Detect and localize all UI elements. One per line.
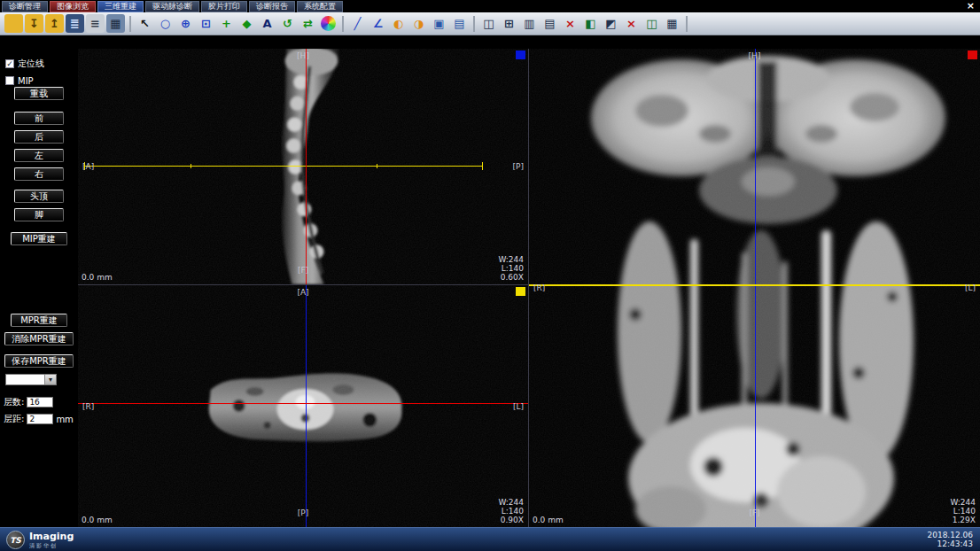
mip-checkbox[interactable]: MIP bbox=[5, 75, 34, 86]
tab-diagnosis-report[interactable]: 诊断报告 bbox=[249, 1, 295, 12]
checkbox-box[interactable] bbox=[5, 76, 14, 85]
orientation-label-right: [L] bbox=[965, 283, 976, 292]
plane-color-indicator bbox=[968, 50, 977, 59]
right-view-button[interactable]: 右 bbox=[14, 167, 64, 181]
toolbar-divider bbox=[129, 16, 131, 32]
zoom-region-icon[interactable]: ⊡ bbox=[197, 14, 215, 33]
crosshair-horizontal-line[interactable] bbox=[529, 284, 980, 286]
save-mpr-button[interactable]: 保存MPR重建 bbox=[4, 354, 74, 368]
orientation-label-right: [P] bbox=[513, 162, 524, 171]
orientation-label-top: [H] bbox=[749, 51, 761, 60]
layout-single-icon[interactable]: ◧ bbox=[581, 14, 600, 33]
database-icon[interactable]: ≣ bbox=[66, 14, 84, 33]
layout-1x2-icon[interactable]: ◫ bbox=[479, 14, 498, 33]
tab-film-print[interactable]: 胶片打印 bbox=[201, 1, 247, 12]
plane-color-indicator bbox=[516, 287, 525, 296]
layout-2x2-icon[interactable]: ⊞ bbox=[500, 14, 518, 33]
reload-button[interactable]: 重载 bbox=[14, 87, 64, 100]
application-window: 诊断管理 图像浏览 三维重建 驱动脉诊断 胶片打印 诊断报告 系统配置 × ↧ … bbox=[0, 0, 980, 551]
pointer-icon[interactable]: ↖ bbox=[136, 14, 154, 33]
back-view-button[interactable]: 后 bbox=[14, 130, 64, 144]
head-view-button[interactable]: 头顶 bbox=[14, 190, 64, 203]
layer-count-input[interactable] bbox=[27, 397, 53, 407]
close-series-icon[interactable]: × bbox=[561, 14, 579, 33]
orientation-label-left: [R] bbox=[82, 402, 94, 411]
print-icon[interactable]: ≡ bbox=[86, 14, 105, 33]
color-wheel-icon[interactable] bbox=[321, 16, 336, 31]
date-text: 2018.12.06 bbox=[927, 531, 973, 539]
layer-count-row: 层数: bbox=[4, 396, 53, 408]
toolbar-divider bbox=[473, 16, 475, 32]
orientation-label-top: [H] bbox=[297, 51, 309, 60]
invert-icon[interactable]: ◑ bbox=[409, 14, 428, 33]
zoom-in-icon[interactable]: ⊕ bbox=[176, 14, 195, 33]
crosshair-horizontal-line[interactable] bbox=[84, 166, 483, 167]
viewport-sagittal[interactable]: [H] [A] [P] [F] W:244 L:140 0.60X 0.0 mm bbox=[78, 49, 529, 285]
viewport-coronal[interactable]: [H] [R] [L] [F] W:244 L:140 1.29X 0.0 mm bbox=[529, 49, 980, 527]
tab-image-browse[interactable]: 图像浏览 bbox=[50, 1, 96, 12]
capture-icon[interactable]: ▤ bbox=[450, 14, 469, 33]
rotate-3d-icon[interactable]: ◆ bbox=[237, 14, 256, 33]
locator-lines-checkbox[interactable]: 定位线 bbox=[5, 58, 44, 69]
mip-rebuild-button[interactable]: MIP重建 bbox=[11, 232, 67, 245]
layout-stack-icon[interactable]: ◩ bbox=[602, 14, 620, 33]
mpr-series-select[interactable] bbox=[5, 374, 57, 385]
crosshair-vertical-line[interactable] bbox=[306, 49, 307, 284]
layout-vertical-icon[interactable]: ◫ bbox=[642, 14, 661, 33]
mpr-rebuild-button[interactable]: MPR重建 bbox=[11, 314, 67, 327]
window-close-button[interactable]: × bbox=[967, 0, 975, 12]
clear-mpr-button[interactable]: 消除MPR重建 bbox=[4, 332, 74, 345]
window-level-readout: W:244 L:140 1.29X bbox=[950, 498, 976, 524]
crosshair-vertical-line[interactable] bbox=[306, 285, 307, 527]
plane-color-indicator bbox=[516, 50, 525, 59]
line-handle[interactable] bbox=[482, 162, 483, 170]
axial-mri-image bbox=[78, 285, 528, 527]
export-folder-icon[interactable]: ↥ bbox=[45, 14, 64, 33]
zoom-value: 0.60X bbox=[498, 273, 524, 282]
tab-artery-diagnosis[interactable]: 驱动脉诊断 bbox=[145, 1, 199, 12]
refresh-icon[interactable]: ↺ bbox=[278, 14, 297, 33]
layer-count-label: 层数: bbox=[4, 396, 24, 408]
front-view-button[interactable]: 前 bbox=[14, 112, 64, 125]
measure-angle-icon[interactable]: ∠ bbox=[369, 14, 387, 33]
rotate-handle[interactable] bbox=[377, 164, 377, 168]
screen-icon[interactable]: ▣ bbox=[430, 14, 448, 33]
open-folder-icon[interactable] bbox=[4, 14, 23, 33]
magnifier-icon[interactable]: ○ bbox=[156, 14, 175, 33]
toolbar-divider bbox=[342, 16, 344, 32]
crosshair-horizontal-line[interactable] bbox=[78, 403, 528, 404]
position-readout: 0.0 mm bbox=[82, 516, 113, 524]
measure-length-icon[interactable]: ╱ bbox=[348, 14, 367, 33]
window-level-readout: W:244 L:140 0.90X bbox=[498, 498, 524, 524]
layout-rows-icon[interactable]: ▤ bbox=[541, 14, 559, 33]
import-folder-icon[interactable]: ↧ bbox=[25, 14, 43, 33]
crosshair-vertical-line[interactable] bbox=[755, 49, 756, 527]
window-level-readout: W:244 L:140 0.60X bbox=[498, 255, 524, 282]
close-all-icon[interactable]: × bbox=[622, 14, 641, 33]
window-level-icon[interactable]: ◐ bbox=[389, 14, 408, 33]
layer-spacing-input[interactable] bbox=[27, 414, 53, 424]
checkbox-box[interactable] bbox=[5, 59, 14, 68]
left-view-button[interactable]: 左 bbox=[14, 149, 64, 162]
tab-diagnosis-management[interactable]: 诊断管理 bbox=[2, 1, 48, 12]
zoom-value: 0.90X bbox=[498, 516, 524, 524]
viewport-axial[interactable]: [A] [R] [L] [P] W:244 L:140 0.90X 0.0 mm bbox=[78, 285, 529, 527]
rotate-handle[interactable] bbox=[191, 164, 191, 168]
tab-system-config[interactable]: 系统配置 bbox=[297, 1, 343, 12]
window-value: W:244 bbox=[498, 255, 524, 264]
pan-icon[interactable]: + bbox=[217, 14, 236, 33]
layout-grid-icon[interactable]: ▦ bbox=[663, 14, 681, 33]
annotate-icon[interactable]: A bbox=[258, 14, 276, 33]
time-text: 12:43:43 bbox=[927, 539, 973, 548]
layer-spacing-row: 层距: mm bbox=[4, 413, 74, 425]
swap-icon[interactable]: ⇄ bbox=[299, 14, 317, 33]
app-logo: TS bbox=[6, 531, 25, 549]
orientation-label-bottom: [F] bbox=[298, 266, 308, 275]
tab-3d-reconstruction[interactable]: 三维重建 bbox=[97, 1, 144, 12]
export-device-icon[interactable]: ▦ bbox=[106, 14, 125, 33]
position-readout: 0.0 mm bbox=[82, 273, 113, 282]
layout-cols-icon[interactable]: ▥ bbox=[520, 14, 539, 33]
foot-view-button[interactable]: 脚 bbox=[14, 208, 64, 221]
menu-bar: 诊断管理 图像浏览 三维重建 驱动脉诊断 胶片打印 诊断报告 系统配置 bbox=[0, 0, 980, 12]
zoom-value: 1.29X bbox=[950, 516, 976, 524]
